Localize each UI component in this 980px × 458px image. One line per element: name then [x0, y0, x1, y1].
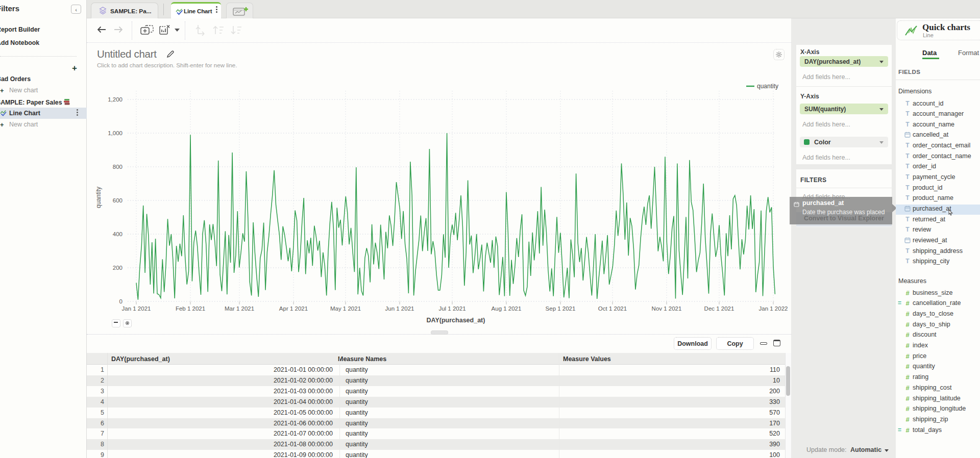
svg-text:400: 400	[113, 231, 122, 237]
svg-text:1,000: 1,000	[108, 130, 122, 136]
svg-text:quantity: quantity	[757, 83, 778, 90]
svg-text:Aug 1 2021: Aug 1 2021	[492, 306, 522, 312]
svg-text:Apr 1 2021: Apr 1 2021	[279, 306, 308, 312]
svg-text:600: 600	[113, 197, 122, 203]
svg-text:Jan 1 2021: Jan 1 2021	[122, 306, 151, 312]
svg-text:Oct 1 2021: Oct 1 2021	[598, 306, 627, 312]
svg-text:May 1 2021: May 1 2021	[330, 306, 361, 312]
svg-text:Dec 1 2021: Dec 1 2021	[704, 306, 734, 312]
svg-text:Jun 1 2021: Jun 1 2021	[385, 306, 414, 312]
svg-text:Jul 1 2021: Jul 1 2021	[438, 306, 465, 312]
svg-text:Mar 1 2021: Mar 1 2021	[225, 306, 254, 312]
svg-text:0: 0	[119, 298, 122, 304]
svg-text:Feb 1 2021: Feb 1 2021	[176, 306, 205, 312]
svg-text:200: 200	[113, 265, 122, 271]
svg-text:800: 800	[113, 164, 122, 170]
svg-text:quantity: quantity	[95, 187, 102, 208]
svg-text:Nov 1 2021: Nov 1 2021	[652, 306, 682, 312]
svg-text:1,200: 1,200	[108, 96, 122, 103]
svg-text:Sep 1 2021: Sep 1 2021	[546, 306, 576, 312]
svg-text:DAY(purchased_at): DAY(purchased_at)	[427, 317, 485, 324]
svg-text:Jan 1 2022: Jan 1 2022	[759, 306, 788, 312]
